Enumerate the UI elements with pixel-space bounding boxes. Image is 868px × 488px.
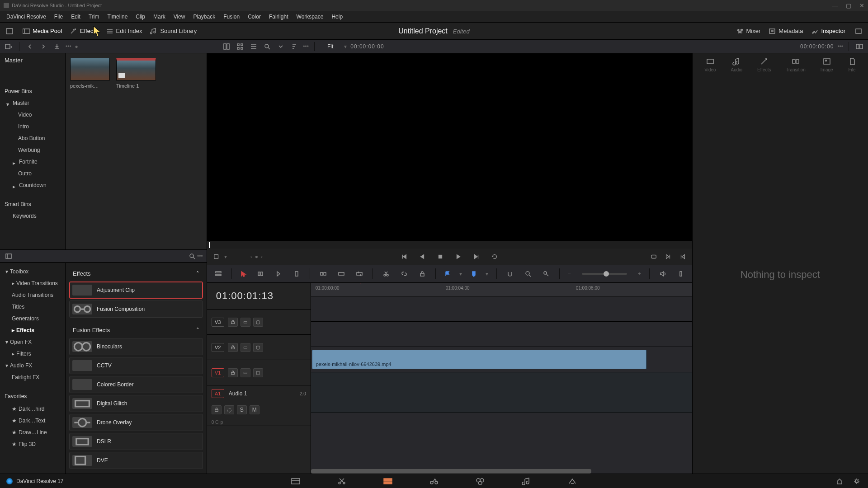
menu-file[interactable]: File: [51, 12, 66, 22]
menu-fusion[interactable]: Fusion: [220, 12, 243, 22]
auto-select-icon[interactable]: ▭: [241, 368, 250, 377]
timeline-playhead[interactable]: [361, 283, 361, 474]
track-disable-icon[interactable]: ▢: [253, 343, 263, 352]
bin-item[interactable]: Werbung: [0, 144, 65, 156]
menu-fairlight[interactable]: Fairlight: [265, 12, 292, 22]
linked-selection-icon[interactable]: [523, 269, 533, 279]
fav-item[interactable]: ★ Dark…hird: [0, 403, 65, 415]
monitor-volume-icon[interactable]: [658, 269, 668, 279]
fx-toolbox[interactable]: ▾Toolbox: [0, 266, 65, 277]
zoom-out-button[interactable]: −: [568, 271, 571, 277]
fx-item[interactable]: ▸Video Transitions: [0, 277, 65, 289]
menu-mark[interactable]: Mark: [150, 12, 169, 22]
auto-select-icon[interactable]: ▭: [241, 343, 250, 352]
zoom-slider[interactable]: [582, 273, 627, 275]
fx-card[interactable]: DSLR: [69, 433, 203, 450]
nav-forward-icon[interactable]: [38, 42, 48, 52]
media-clip-thumb[interactable]: pexels-mik…: [70, 58, 110, 89]
menu-clip[interactable]: Clip: [132, 12, 149, 22]
fx-openfx[interactable]: ▾Open FX: [0, 336, 65, 348]
menu-timeline[interactable]: Timeline: [104, 12, 131, 22]
more-dots[interactable]: •••: [66, 43, 71, 50]
fav-item[interactable]: ★ Flip 3D: [0, 438, 65, 450]
stop-button[interactable]: [435, 252, 445, 262]
bin-item[interactable]: ▸Fortnite: [0, 156, 65, 168]
fx-panel-options[interactable]: •••: [197, 253, 203, 259]
nav-back-icon[interactable]: [25, 42, 35, 52]
play-reverse-button[interactable]: [417, 252, 427, 262]
home-button[interactable]: [835, 476, 844, 486]
fx-item[interactable]: Fairlight FX: [0, 371, 65, 383]
viewer-scrubber[interactable]: [207, 240, 692, 249]
bin-item[interactable]: Outro: [0, 168, 65, 179]
inspector-tab-file[interactable]: File: [848, 57, 856, 72]
menu-edit[interactable]: Edit: [67, 12, 84, 22]
inspector-tab-effects[interactable]: Effects: [757, 57, 771, 72]
video-clip[interactable]: pexels-mikhail-nilov-6942639.mp4: [312, 350, 646, 369]
position-lock-icon[interactable]: [417, 269, 427, 279]
menu-workspace[interactable]: Workspace: [293, 12, 327, 22]
fx-card[interactable]: CCTV: [69, 357, 203, 374]
zoom-fit-dropdown[interactable]: Fit: [320, 43, 340, 50]
media-pool-toggle[interactable]: Media Pool: [23, 28, 62, 34]
edit-index-toggle[interactable]: Edit Index: [106, 28, 142, 34]
import-icon[interactable]: [52, 42, 62, 52]
dynamic-trim-icon[interactable]: [274, 269, 283, 279]
trim-tool-icon[interactable]: [255, 269, 265, 279]
bin-item[interactable]: Intro: [0, 121, 65, 132]
window-maximize-button[interactable]: ▢: [846, 2, 851, 9]
first-frame-button[interactable]: [399, 252, 409, 262]
track-head-v2[interactable]: V2 ▭▢: [207, 335, 311, 360]
mixer-toggle[interactable]: Mixer: [736, 28, 761, 34]
fx-panel-toggle-icon[interactable]: [4, 251, 14, 261]
fx-audiofx[interactable]: ▾Audio FX: [0, 360, 65, 371]
zoom-in-button[interactable]: +: [638, 271, 641, 277]
metadata-view-icon[interactable]: [222, 42, 231, 52]
fx-item[interactable]: ▸Filters: [0, 348, 65, 360]
bin-item[interactable]: ▸Countdown: [0, 179, 65, 191]
link-clips-icon[interactable]: [399, 269, 409, 279]
page-edit[interactable]: [383, 477, 393, 485]
auto-select-icon[interactable]: ▭: [241, 318, 250, 327]
fx-item[interactable]: Generators: [0, 313, 65, 324]
fx-card-adjustment-clip[interactable]: Adjustment Clip: [69, 282, 203, 299]
fav-item[interactable]: ★ Dark…Text: [0, 415, 65, 427]
timeline-ruler[interactable]: 01:00:00:00 01:00:04:00 01:00:08:00: [311, 283, 692, 296]
fx-card[interactable]: DVE: [69, 452, 203, 469]
layout-preset-icon[interactable]: [5, 26, 14, 36]
track-a1-lane[interactable]: [311, 372, 692, 413]
menu-trim[interactable]: Trim: [85, 12, 103, 22]
bin-item[interactable]: Video: [0, 109, 65, 121]
page-color[interactable]: [475, 477, 485, 485]
timeline-scrollbar[interactable]: [311, 469, 591, 474]
menu-help[interactable]: Help: [328, 12, 346, 22]
match-frame-next-icon[interactable]: ›: [261, 253, 263, 260]
track-lock-icon[interactable]: [228, 318, 238, 327]
viewer-mode-dropdown[interactable]: [212, 252, 222, 262]
dim-icon[interactable]: [676, 269, 686, 279]
bin-master[interactable]: Master: [0, 53, 65, 67]
snapping-icon[interactable]: [505, 269, 515, 279]
fx-item[interactable]: Titles: [0, 301, 65, 313]
fx-item-effects[interactable]: ▸Effects: [0, 324, 65, 336]
inspector-tab-audio[interactable]: Audio: [731, 57, 743, 72]
window-close-button[interactable]: ✕: [859, 2, 864, 9]
full-screen-icon[interactable]: [854, 26, 863, 36]
match-frame-prev-icon[interactable]: ‹: [250, 253, 252, 260]
menu-view[interactable]: View: [170, 12, 189, 22]
flag-icon[interactable]: [444, 270, 451, 277]
arm-record-icon[interactable]: ◌: [224, 405, 234, 414]
project-settings-button[interactable]: [852, 476, 862, 486]
loop-button[interactable]: [490, 252, 500, 262]
fx-card[interactable]: Drone Overlay: [69, 414, 203, 431]
bypass-icon[interactable]: [649, 252, 659, 262]
bin-item[interactable]: ▾Master: [0, 97, 65, 109]
track-lock-icon[interactable]: [228, 368, 238, 377]
replace-clip-icon[interactable]: [354, 269, 364, 279]
timeline-view-options[interactable]: [213, 269, 223, 279]
sort-icon[interactable]: [289, 42, 299, 52]
track-head-v3[interactable]: V3 ▭▢: [207, 310, 311, 335]
track-head-a1[interactable]: A1 Audio 1 2.0 ◌ S M 0 Clip: [207, 385, 311, 426]
blade-tool-icon[interactable]: [292, 269, 302, 279]
track-disable-icon[interactable]: ▢: [253, 368, 263, 377]
